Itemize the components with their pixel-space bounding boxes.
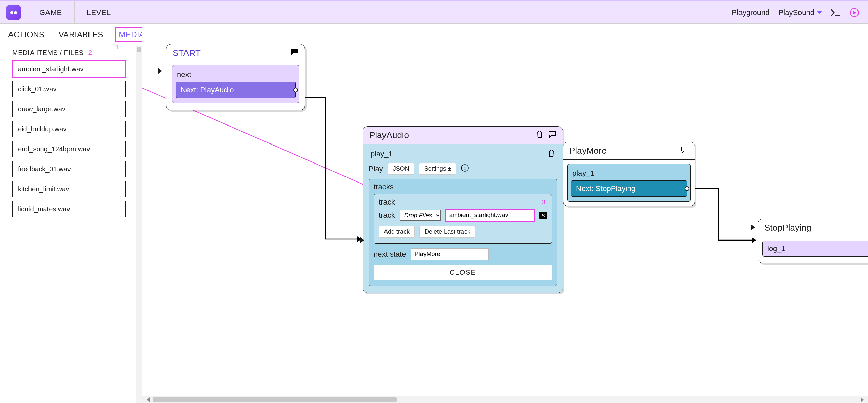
instance-label: play_1 <box>571 167 687 180</box>
media-item[interactable]: feedback_01.wav <box>12 161 126 177</box>
node-title: StopPlaying <box>764 223 811 233</box>
logo-icon <box>6 5 21 20</box>
svg-text:i: i <box>464 166 466 171</box>
input-port[interactable] <box>158 68 162 74</box>
tracks-label: tracks <box>374 183 552 191</box>
json-button[interactable]: JSON <box>388 163 414 175</box>
app-logo[interactable] <box>0 1 27 23</box>
clear-track-icon[interactable]: ✕ <box>539 212 547 219</box>
node-play-audio[interactable]: PlayAudio play_1 <box>363 126 563 293</box>
next-state-pill[interactable]: Next: PlayAudio <box>176 82 296 98</box>
comment-icon[interactable] <box>290 48 299 58</box>
media-item[interactable]: ambient_starlight.wav <box>12 61 126 77</box>
node-title: START <box>173 48 201 58</box>
menu-level[interactable]: LEVEL <box>75 1 123 23</box>
track-file-input[interactable] <box>446 209 535 221</box>
breadcrumb-label: PlaySound <box>778 8 814 17</box>
media-list: ambient_starlight.wav click_01.wav draw_… <box>0 59 142 219</box>
close-button[interactable]: CLOSE <box>374 265 552 280</box>
svg-marker-2 <box>853 11 856 14</box>
media-item[interactable]: liquid_mates.wav <box>12 201 126 217</box>
node-start[interactable]: START next Next: PlayAudio <box>166 44 305 110</box>
comment-icon[interactable] <box>548 130 556 140</box>
mode-label: Play <box>369 165 383 173</box>
media-item[interactable]: click_01.wav <box>12 81 126 97</box>
track-row-label: track <box>379 211 395 220</box>
delete-instance-icon[interactable] <box>548 149 555 159</box>
delete-node-icon[interactable] <box>536 130 544 140</box>
tab-variables[interactable]: VARIABLES <box>59 30 103 39</box>
track-dropdown[interactable]: Drop Files <box>400 210 441 221</box>
menubar: GAME LEVEL Playground PlaySound <box>0 0 868 24</box>
breadcrumb-playsound[interactable]: PlaySound <box>778 8 822 17</box>
instance-label: log_1 <box>767 244 786 253</box>
next-state-label: Next: PlayAudio <box>181 85 234 94</box>
scrollbar-thumb[interactable] <box>153 397 397 402</box>
chevron-down-icon <box>817 11 822 14</box>
breadcrumb-playground[interactable]: Playground <box>732 8 769 17</box>
annotation-1: 1. <box>116 44 121 51</box>
node-title: PlayAudio <box>369 130 409 140</box>
scroll-left-icon[interactable] <box>144 397 150 402</box>
next-state-pill[interactable]: Next: StopPlaying <box>571 180 687 197</box>
instance-label: play_1 <box>371 150 393 158</box>
run-icon[interactable] <box>850 8 859 17</box>
next-state-input[interactable] <box>411 248 489 260</box>
media-item[interactable]: eid_buildup.wav <box>12 121 126 137</box>
node-stop-playing[interactable]: StopPlaying log_1 <box>758 219 868 263</box>
scroll-right-icon[interactable] <box>861 397 866 402</box>
track-header: track <box>379 198 395 207</box>
output-port[interactable] <box>293 88 298 92</box>
info-icon[interactable]: i <box>461 164 469 173</box>
tab-media[interactable]: MEDIA <box>117 30 146 39</box>
next-state-label: next state <box>374 250 406 259</box>
media-item[interactable]: kitchen_limit.wav <box>12 181 126 197</box>
media-section-header: MEDIA ITEMS / FILES <box>12 49 84 57</box>
input-port[interactable] <box>360 237 364 243</box>
annotation-2: 2. <box>88 49 94 56</box>
delete-last-track-button[interactable]: Delete Last track <box>419 226 475 238</box>
terminal-icon[interactable] <box>831 8 841 17</box>
sidebar: ACTIONS VARIABLES MEDIA 1. MEDIA ITEMS /… <box>0 24 142 403</box>
settings-button[interactable]: Settings ± <box>419 163 456 175</box>
tab-actions[interactable]: ACTIONS <box>8 30 44 39</box>
output-port[interactable] <box>685 186 689 191</box>
sub-label: next <box>176 68 296 82</box>
node-play-more[interactable]: PlayMore play_1 Next: StopPlaying <box>563 142 695 206</box>
media-item[interactable]: draw_large.wav <box>12 101 126 117</box>
canvas[interactable]: START next Next: PlayAudio PlayAu <box>142 24 868 403</box>
media-item[interactable]: end_song_124bpm.wav <box>12 141 126 157</box>
next-state-label: Next: StopPlaying <box>576 184 635 193</box>
sidebar-scrollbar-thumb[interactable] <box>137 47 141 52</box>
canvas-horizontal-scrollbar[interactable] <box>142 396 868 403</box>
input-port[interactable] <box>751 224 755 230</box>
svg-marker-5 <box>752 237 756 243</box>
menu-game[interactable]: GAME <box>27 1 75 23</box>
add-track-button[interactable]: Add track <box>379 226 415 238</box>
annotation-3: 3. <box>542 199 547 206</box>
comment-icon[interactable] <box>680 146 689 156</box>
node-title: PlayMore <box>569 146 607 156</box>
